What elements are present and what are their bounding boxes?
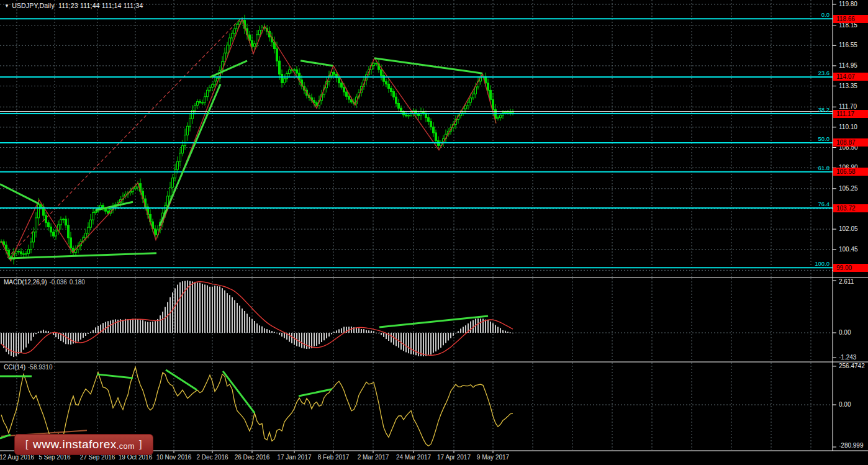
macd-bar	[25, 333, 27, 348]
price-axis-label: 110.10	[839, 124, 857, 130]
date-label: 9 May 2017	[477, 454, 509, 461]
candle-body	[209, 87, 211, 90]
cci-value: -58.9310	[28, 364, 52, 371]
candle-body	[408, 115, 410, 116]
macd-bar	[512, 333, 513, 333]
green-trendline-0[interactable]	[0, 184, 39, 204]
macd-bar	[378, 333, 379, 333]
cci-trendline-1[interactable]	[97, 374, 133, 378]
fib-level-label-50.0: 50.0	[818, 135, 830, 142]
macd-bar	[20, 333, 22, 353]
macd-bar	[328, 333, 330, 336]
fib-level-label-100.0: 100.0	[815, 260, 830, 267]
macd-bar	[333, 332, 335, 333]
macd-bar	[199, 283, 201, 333]
candle-body	[90, 220, 92, 227]
candle-body	[470, 98, 472, 102]
cci-trendline-2[interactable]	[166, 370, 197, 390]
macd-bar	[53, 333, 54, 335]
candle-body	[30, 242, 32, 250]
fib-level-label-0.0: 0.0	[821, 11, 830, 18]
candle-body	[468, 102, 469, 106]
macd-bar	[242, 309, 243, 333]
macd-bar	[405, 333, 407, 352]
macd-bar	[217, 286, 218, 333]
date-label: 2 Dec 2016	[196, 454, 228, 461]
macd-bar	[55, 333, 57, 337]
macd-name: MACD(12,26,9)	[4, 279, 47, 286]
macd-bar	[152, 322, 153, 333]
candle-body	[405, 115, 407, 116]
zigzag-line[interactable]	[1, 19, 496, 261]
macd-bar	[90, 332, 91, 333]
macd-bar	[102, 323, 104, 333]
macd-main-value: -0.036	[49, 279, 66, 286]
green-trendline-5[interactable]	[301, 61, 333, 66]
macd-bar	[204, 284, 206, 333]
macd-bar	[172, 292, 173, 333]
macd-bar	[368, 330, 369, 333]
macd-bar	[490, 322, 491, 333]
macd-bar	[122, 320, 124, 333]
macd-bar	[97, 326, 99, 333]
macd-bar	[371, 331, 372, 333]
candle-body	[381, 70, 382, 75]
macd-bar	[358, 328, 359, 333]
macd-bar	[445, 333, 446, 343]
macd-bar	[147, 322, 148, 333]
macd-bar	[234, 300, 235, 333]
chart-canvas[interactable]	[0, 0, 868, 465]
green-trendline-3[interactable]	[160, 84, 220, 226]
macd-bar	[276, 333, 278, 333]
macd-bar	[246, 314, 248, 333]
cci-trendline-3[interactable]	[223, 371, 255, 413]
macd-bar	[165, 307, 166, 333]
date-label: 10 Nov 2016	[156, 454, 192, 461]
macd-axis-label: 2.611	[839, 278, 854, 285]
macd-bar	[11, 333, 12, 356]
fib-price-box-76.4: 103.72	[833, 204, 868, 212]
macd-trendline[interactable]	[379, 316, 488, 327]
macd-bar	[363, 329, 364, 333]
candle-body	[170, 187, 171, 196]
macd-bar	[500, 328, 501, 333]
macd-bar	[150, 322, 151, 333]
macd-bar	[80, 333, 81, 340]
macd-bar	[142, 320, 143, 333]
macd-bar	[261, 327, 263, 333]
macd-bar	[78, 333, 79, 341]
candle-body	[286, 74, 288, 79]
candle-body	[38, 204, 40, 218]
green-trendline-1[interactable]	[9, 253, 156, 258]
macd-bar	[251, 319, 253, 333]
candle-body	[487, 83, 489, 91]
macd-bar	[391, 333, 392, 343]
candle-body	[229, 38, 231, 45]
macd-bar	[135, 319, 136, 333]
macd-bar	[63, 333, 64, 342]
macd-bar	[492, 323, 494, 333]
macd-bar	[403, 333, 404, 351]
macd-bar	[321, 333, 322, 342]
chart-header: ▼USDJPY,Daily 111;23 111;44 111;14 111;3…	[4, 2, 143, 9]
macd-bar	[264, 328, 265, 333]
macd-bar	[40, 331, 42, 333]
price-axis-label: 100.45	[839, 246, 858, 253]
dashed-trendline[interactable]	[7, 17, 242, 258]
macd-bar	[428, 333, 429, 355]
cci-trendline-4[interactable]	[299, 389, 332, 396]
macd-bar	[224, 291, 225, 333]
macd-bar	[137, 319, 138, 333]
date-label: 17 Apr 2017	[437, 454, 471, 461]
candle-body	[259, 30, 261, 35]
fib-price-box-50.0: 108.87	[833, 138, 868, 147]
candle-body	[135, 187, 137, 189]
candle-body	[60, 220, 62, 225]
green-trendline-4[interactable]	[210, 61, 247, 78]
macd-bar	[145, 322, 146, 333]
chart-dropdown-icon[interactable]: ▼	[4, 3, 9, 9]
macd-bar	[435, 333, 436, 351]
macd-bar	[105, 322, 106, 333]
symbol-period-label: USDJPY,Daily	[12, 2, 55, 9]
macd-bar	[480, 318, 481, 333]
